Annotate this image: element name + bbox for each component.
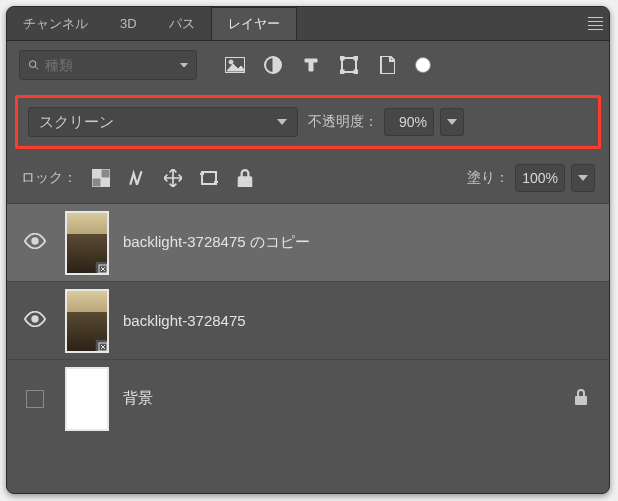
- svg-point-18: [31, 237, 38, 244]
- fill-group: 塗り：: [467, 164, 595, 192]
- svg-rect-6: [340, 56, 344, 60]
- tab-channels[interactable]: チャンネル: [7, 7, 104, 40]
- svg-rect-13: [92, 178, 101, 187]
- search-icon: [28, 58, 39, 72]
- filter-input[interactable]: [45, 57, 174, 73]
- filter-color-dot[interactable]: [415, 57, 431, 73]
- blend-mode-value: スクリーン: [39, 113, 114, 132]
- opacity-field[interactable]: [384, 108, 434, 136]
- blend-opacity-row-highlight: スクリーン 不透明度：: [15, 95, 601, 149]
- fill-label: 塗り：: [467, 169, 509, 187]
- svg-rect-7: [354, 56, 358, 60]
- svg-rect-12: [101, 169, 110, 178]
- blend-mode-select[interactable]: スクリーン: [28, 107, 298, 137]
- opacity-group: 不透明度：: [308, 108, 464, 136]
- visibility-empty-box[interactable]: [26, 390, 44, 408]
- lock-transparency-icon[interactable]: [91, 168, 111, 188]
- tab-paths[interactable]: パス: [153, 7, 211, 40]
- layer-thumbnail[interactable]: [65, 367, 109, 431]
- layer-thumbnail[interactable]: [65, 211, 109, 275]
- tab-3d[interactable]: 3D: [104, 7, 153, 40]
- lock-icons: [91, 168, 255, 188]
- lock-label: ロック：: [21, 169, 77, 187]
- panel-menu-icon[interactable]: [581, 7, 609, 41]
- chevron-down-icon: [447, 119, 457, 125]
- opacity-chevron[interactable]: [440, 108, 464, 136]
- tab-layers[interactable]: レイヤー: [211, 7, 297, 40]
- smartobject-badge-icon: [95, 339, 109, 353]
- layer-row[interactable]: backlight-3728475 のコピー: [7, 203, 609, 281]
- filter-search[interactable]: [19, 50, 197, 80]
- opacity-label: 不透明度：: [308, 113, 378, 131]
- layer-name[interactable]: 背景: [123, 389, 153, 408]
- lock-row: ロック： 塗り：: [7, 159, 609, 197]
- layer-thumbnail[interactable]: [65, 289, 109, 353]
- lock-all-icon[interactable]: [235, 168, 255, 188]
- lock-image-icon[interactable]: [127, 168, 147, 188]
- filter-adjustment-icon[interactable]: [263, 55, 283, 75]
- lock-artboard-icon[interactable]: [199, 168, 219, 188]
- svg-point-0: [29, 61, 36, 68]
- svg-rect-22: [575, 396, 587, 405]
- layer-name[interactable]: backlight-3728475 のコピー: [123, 233, 310, 252]
- lock-position-icon[interactable]: [163, 168, 183, 188]
- panel-tabbar: チャンネル 3D パス レイヤー: [7, 7, 609, 41]
- visibility-eye-icon[interactable]: [24, 233, 46, 252]
- filter-text-icon[interactable]: [301, 55, 321, 75]
- fill-chevron[interactable]: [571, 164, 595, 192]
- fill-field[interactable]: [515, 164, 565, 192]
- layer-row[interactable]: 背景: [7, 359, 609, 437]
- filter-pixel-icon[interactable]: [225, 55, 245, 75]
- layer-name[interactable]: backlight-3728475: [123, 312, 246, 329]
- svg-rect-17: [238, 177, 252, 187]
- chevron-down-icon[interactable]: [180, 63, 188, 68]
- svg-rect-8: [340, 70, 344, 74]
- filter-shape-icon[interactable]: [339, 55, 359, 75]
- chevron-down-icon: [578, 175, 588, 181]
- smartobject-badge-icon: [95, 261, 109, 275]
- filter-row: [7, 41, 609, 89]
- svg-point-20: [31, 315, 38, 322]
- svg-point-3: [229, 60, 233, 64]
- filter-type-icons: [225, 55, 431, 75]
- chevron-down-icon: [277, 119, 287, 125]
- layers-panel: チャンネル 3D パス レイヤー: [6, 6, 610, 494]
- visibility-eye-icon[interactable]: [24, 311, 46, 330]
- svg-rect-10: [92, 169, 101, 178]
- filter-smartobject-icon[interactable]: [377, 55, 397, 75]
- svg-rect-9: [354, 70, 358, 74]
- svg-line-1: [35, 66, 38, 69]
- svg-rect-11: [101, 178, 110, 187]
- lock-icon: [573, 389, 589, 408]
- layer-row[interactable]: backlight-3728475: [7, 281, 609, 359]
- layers-list: backlight-3728475 のコピー backlight-3728475…: [7, 203, 609, 437]
- svg-rect-14: [202, 172, 216, 184]
- fill-input[interactable]: [516, 170, 564, 186]
- opacity-input[interactable]: [385, 114, 433, 130]
